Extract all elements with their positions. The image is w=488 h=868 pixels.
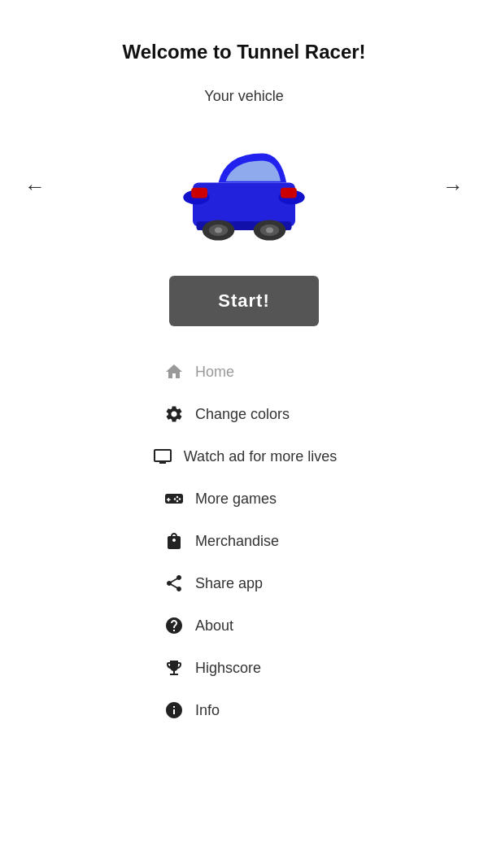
- svg-point-8: [215, 227, 222, 233]
- svg-rect-3: [191, 188, 207, 198]
- svg-point-11: [266, 227, 273, 233]
- svg-rect-0: [193, 183, 295, 227]
- menu-item-highscore[interactable]: Highscore: [0, 647, 488, 689]
- menu-label-share-app: Share app: [195, 575, 325, 592]
- monitor-icon: [151, 447, 174, 466]
- menu-item-change-colors[interactable]: Change colors: [0, 393, 488, 435]
- menu-label-more-games: More games: [195, 491, 325, 508]
- home-icon: [163, 362, 185, 382]
- menu-item-home[interactable]: Home: [0, 351, 488, 393]
- menu-item-about[interactable]: About: [0, 604, 488, 647]
- share-icon: [163, 574, 185, 593]
- menu-label-info: Info: [195, 702, 325, 719]
- vehicle-section: ←: [0, 113, 488, 260]
- menu-label-highscore: Highscore: [195, 660, 325, 677]
- menu-item-share-app[interactable]: Share app: [0, 562, 488, 604]
- gamepad-icon: [163, 489, 185, 508]
- gear-icon: [163, 404, 185, 424]
- start-button[interactable]: Start!: [169, 276, 318, 326]
- trophy-icon: [163, 658, 185, 678]
- menu-label-home: Home: [195, 364, 325, 381]
- menu-item-watch-ad[interactable]: Watch ad for more lives: [0, 435, 488, 478]
- menu-label-change-colors: Change colors: [195, 406, 325, 423]
- prev-vehicle-button[interactable]: ←: [8, 166, 62, 207]
- question-icon: [163, 616, 185, 635]
- svg-rect-12: [235, 221, 253, 227]
- vehicle-label: Your vehicle: [204, 88, 283, 105]
- menu-item-merchandise[interactable]: Merchandise: [0, 520, 488, 562]
- menu-item-more-games[interactable]: More games: [0, 478, 488, 520]
- car-icon: [171, 125, 317, 247]
- svg-rect-4: [281, 188, 297, 198]
- menu-label-about: About: [195, 617, 325, 635]
- info-icon: [163, 700, 185, 720]
- menu-label-merchandise: Merchandise: [195, 533, 325, 550]
- menu-section: Home Change colors Watch ad for more liv…: [0, 351, 488, 731]
- next-vehicle-button[interactable]: →: [426, 166, 480, 207]
- page-title: Welcome to Tunnel Racer!: [122, 41, 365, 63]
- bag-icon: [163, 531, 185, 551]
- menu-item-info[interactable]: Info: [0, 689, 488, 731]
- menu-label-watch-ad: Watch ad for more lives: [184, 448, 337, 465]
- car-display: [163, 121, 325, 251]
